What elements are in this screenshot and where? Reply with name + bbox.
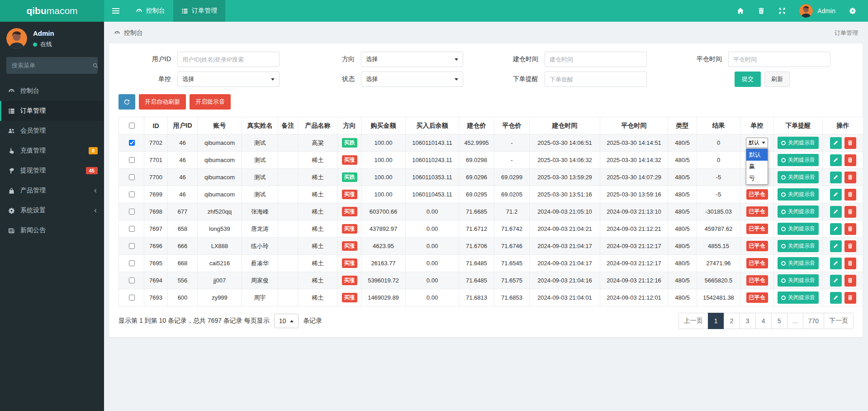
sound-off-icon xyxy=(781,278,786,283)
row-checkbox[interactable] xyxy=(129,209,135,215)
auto-refresh-button[interactable]: 开启自动刷新 xyxy=(139,94,186,110)
refresh-filters-button[interactable]: 刷新 xyxy=(764,72,790,87)
refresh-button[interactable] xyxy=(119,94,135,110)
filter-select[interactable]: 选择 xyxy=(177,72,280,87)
row-checkbox[interactable] xyxy=(129,174,135,180)
delete-button[interactable] xyxy=(844,206,856,218)
filter-select[interactable]: 选择 xyxy=(361,52,463,67)
sidebar-item-label: 系统设置 xyxy=(20,206,46,215)
chevron-left-icon xyxy=(93,188,98,193)
page-button-0[interactable]: 上一页 xyxy=(678,313,708,329)
filter-input[interactable] xyxy=(545,52,647,67)
fullscreen-icon[interactable] xyxy=(778,7,786,14)
brand-logo[interactable]: qibumacom xyxy=(0,0,104,22)
sidebar-item-7[interactable]: 新闻公告 xyxy=(0,220,104,240)
mute-alert-button[interactable]: 关闭提示音 xyxy=(778,240,819,252)
toolbar: 开启自动刷新 开启提示音 xyxy=(119,94,854,110)
top-tab-1[interactable]: 订单管理 xyxy=(173,0,225,22)
edit-button[interactable] xyxy=(830,292,842,304)
page-button-2[interactable]: 2 xyxy=(724,313,740,329)
content-header: 控制台 订单管理 xyxy=(104,22,868,43)
row-checkbox[interactable] xyxy=(129,243,135,249)
dropdown-option-0[interactable]: 默认 xyxy=(746,149,768,161)
filter-field-0-3: 平仓时间 xyxy=(669,52,853,67)
sidebar-item-3[interactable]: 充值管理0 xyxy=(0,141,104,161)
sound-button[interactable]: 开启提示音 xyxy=(190,94,231,110)
mute-alert-button[interactable]: 关闭提示音 xyxy=(778,223,819,235)
sidebar-item-6[interactable]: 系统设置 xyxy=(0,201,104,220)
edit-button[interactable] xyxy=(830,172,842,183)
delete-button[interactable] xyxy=(844,275,856,287)
filter-input[interactable] xyxy=(728,52,830,67)
edit-button[interactable] xyxy=(830,258,842,269)
trash-icon[interactable] xyxy=(758,7,765,14)
dropdown-option-2[interactable]: 亏 xyxy=(746,172,768,184)
mute-alert-button[interactable]: 关闭提示音 xyxy=(778,206,819,218)
mute-alert-button[interactable]: 关闭提示音 xyxy=(778,292,819,304)
submit-button[interactable]: 提交 xyxy=(735,72,761,87)
mute-alert-button[interactable]: 关闭提示音 xyxy=(778,257,819,269)
row-checkbox[interactable] xyxy=(129,295,135,301)
delete-button[interactable] xyxy=(844,154,856,166)
mute-alert-button[interactable]: 关闭提示音 xyxy=(778,274,819,287)
row-checkbox[interactable] xyxy=(129,157,135,163)
mute-alert-button[interactable]: 关闭提示音 xyxy=(778,137,819,149)
delete-button[interactable] xyxy=(844,137,856,149)
user-menu[interactable]: Admin xyxy=(799,4,835,18)
filter-input[interactable] xyxy=(545,72,647,87)
page-button-1[interactable]: 1 xyxy=(708,313,724,329)
dropdown-option-1[interactable]: 赢 xyxy=(746,161,768,172)
search-icon[interactable] xyxy=(92,62,99,69)
row-checkbox[interactable] xyxy=(129,260,135,266)
cell-amount: 100.00 xyxy=(361,134,406,152)
page-button-8[interactable]: 下一页 xyxy=(824,313,854,329)
sidebar-item-4[interactable]: 提现管理45 xyxy=(0,161,104,181)
edit-button[interactable] xyxy=(830,137,842,149)
control-select[interactable]: 默认 xyxy=(746,138,768,148)
sidebar-item-2[interactable]: 会员管理 xyxy=(0,121,104,141)
edit-button[interactable] xyxy=(830,240,842,252)
breadcrumb[interactable]: 控制台 xyxy=(114,29,143,37)
edit-button[interactable] xyxy=(830,189,842,201)
delete-button[interactable] xyxy=(844,258,856,269)
page-button-7[interactable]: 770 xyxy=(803,313,824,329)
delete-button[interactable] xyxy=(844,172,856,183)
home-icon[interactable] xyxy=(737,7,744,14)
sidebar-item-1[interactable]: 订单管理 xyxy=(0,101,104,121)
cogs-icon[interactable] xyxy=(849,7,856,14)
cell-result: 459787.62 xyxy=(697,220,740,238)
column-header: 真实姓名 xyxy=(242,117,278,134)
mute-alert-button[interactable]: 关闭提示音 xyxy=(778,171,819,183)
delete-button[interactable] xyxy=(844,292,856,304)
top-tab-0[interactable]: 控制台 xyxy=(128,0,173,22)
edit-button[interactable] xyxy=(830,223,842,235)
row-checkbox[interactable] xyxy=(129,140,135,146)
delete-button[interactable] xyxy=(844,223,856,235)
delete-button[interactable] xyxy=(844,240,856,252)
hamburger-icon[interactable] xyxy=(104,0,128,22)
filter-select[interactable]: 选择 xyxy=(361,72,463,87)
page-button-3[interactable]: 3 xyxy=(740,313,756,329)
mute-alert-button[interactable]: 关闭提示音 xyxy=(778,188,819,201)
edit-button[interactable] xyxy=(830,154,842,166)
table-footer: 显示第 1 到第 10 条记录，总共 7697 条记录 每页显示 10 条记录 … xyxy=(119,313,854,329)
row-checkbox[interactable] xyxy=(129,226,135,232)
sidebar-item-5[interactable]: 产品管理 xyxy=(0,181,104,201)
cell-product: 稀土 xyxy=(298,272,338,289)
search-input[interactable] xyxy=(11,62,92,69)
sidebar-item-0[interactable]: 控制台 xyxy=(0,81,104,101)
page-button-5[interactable]: 5 xyxy=(771,313,787,329)
edit-button[interactable] xyxy=(830,206,842,218)
delete-button[interactable] xyxy=(844,189,856,201)
filter-input[interactable] xyxy=(177,52,280,67)
page-size-select[interactable]: 10 xyxy=(274,314,299,328)
mute-alert-button[interactable]: 关闭提示音 xyxy=(778,154,819,166)
page-button-6[interactable]: ... xyxy=(787,313,803,329)
row-checkbox[interactable] xyxy=(129,191,135,197)
page-button-4[interactable]: 4 xyxy=(755,313,772,329)
cell-remark xyxy=(278,255,298,272)
column-header: 买入后余额 xyxy=(406,117,459,134)
select-all-checkbox[interactable] xyxy=(129,123,135,129)
edit-button[interactable] xyxy=(830,275,842,287)
row-checkbox[interactable] xyxy=(129,277,135,283)
